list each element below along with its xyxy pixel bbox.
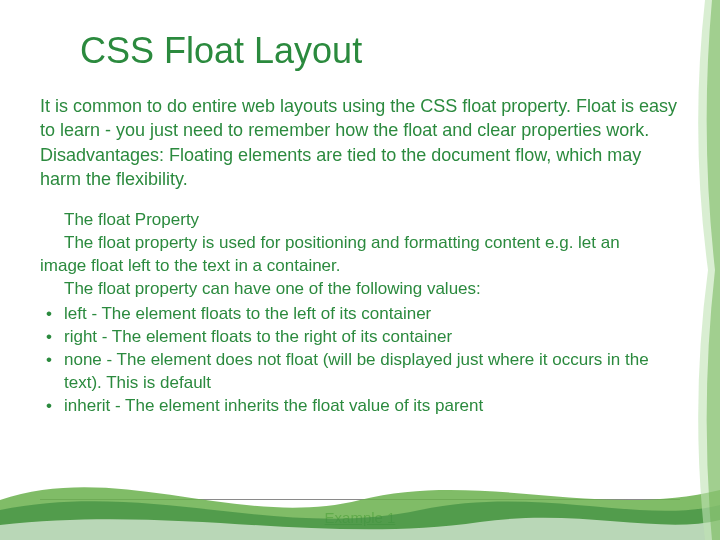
intro-paragraph: It is common to do entire web layouts us…: [40, 94, 680, 191]
list-item: left - The element floats to the left of…: [40, 303, 680, 326]
section-desc-line1: The float property is used for positioni…: [40, 232, 680, 255]
list-item: right - The element floats to the right …: [40, 326, 680, 349]
list-item: inherit - The element inherits the float…: [40, 395, 680, 418]
list-item: none - The element does not float (will …: [40, 349, 680, 395]
slide: CSS Float Layout It is common to do enti…: [0, 0, 720, 540]
values-intro: The float property can have one of the f…: [64, 278, 680, 301]
values-list: left - The element floats to the left of…: [40, 303, 680, 418]
wave-decoration: [0, 450, 720, 540]
example-link[interactable]: Example 1: [325, 509, 396, 526]
section-heading: The float Property: [64, 209, 680, 232]
section-description: The float property is used for positioni…: [40, 232, 680, 278]
section-desc-line2: image float left to the text in a contai…: [40, 256, 341, 275]
divider: [40, 499, 680, 500]
page-title: CSS Float Layout: [80, 30, 680, 72]
